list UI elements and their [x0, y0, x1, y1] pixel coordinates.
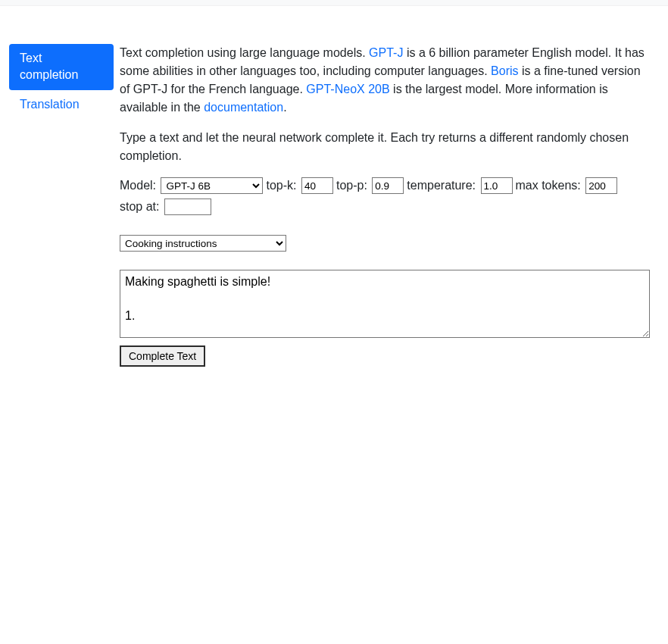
- main-content: Text completion using large language mod…: [114, 44, 659, 367]
- model-select[interactable]: GPT-J 6B: [161, 177, 263, 194]
- tab-text-completion[interactable]: Text completion: [9, 44, 114, 90]
- temperature-label: temperature:: [407, 179, 476, 192]
- model-label: Model:: [120, 179, 156, 192]
- tab-translation[interactable]: Translation: [9, 90, 114, 119]
- topp-label: top-p:: [336, 179, 367, 192]
- desc-part1: Text completion using large language mod…: [120, 46, 369, 59]
- topp-input[interactable]: [372, 177, 404, 194]
- desc-part5: .: [283, 101, 286, 114]
- stopat-label: stop at:: [120, 200, 159, 213]
- topk-input[interactable]: [301, 177, 333, 194]
- topk-label: top-k:: [266, 179, 296, 192]
- maxtokens-input[interactable]: [585, 177, 617, 194]
- params-row: Model: GPT-J 6B top-k: top-p: temperatur…: [120, 177, 650, 215]
- link-documentation[interactable]: documentation: [204, 101, 283, 114]
- link-gptj[interactable]: GPT-J: [369, 46, 403, 59]
- sidebar: Text completion Translation: [0, 44, 114, 367]
- example-select[interactable]: Cooking instructions: [120, 235, 286, 252]
- maxtokens-label: max tokens:: [516, 179, 581, 192]
- top-bar: [0, 0, 668, 6]
- stopat-input[interactable]: [164, 199, 211, 215]
- link-gptneox[interactable]: GPT-NeoX 20B: [306, 83, 389, 95]
- instructions-text: Type a text and let the neural network c…: [120, 129, 650, 165]
- prompt-textarea[interactable]: [120, 270, 650, 338]
- temperature-input[interactable]: [481, 177, 513, 194]
- description-text: Text completion using large language mod…: [120, 44, 650, 117]
- complete-text-button[interactable]: Complete Text: [120, 345, 205, 367]
- link-boris[interactable]: Boris: [491, 64, 518, 77]
